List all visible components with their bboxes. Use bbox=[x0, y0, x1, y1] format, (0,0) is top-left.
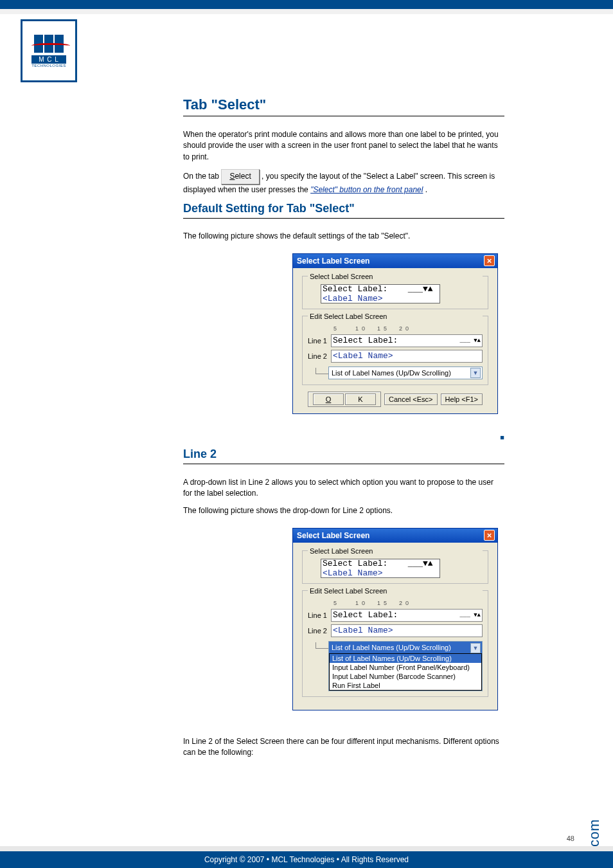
dialog-select-label-1: Select Label Screen × Select Label Scree… bbox=[292, 253, 498, 414]
select-tab-button-image: Select bbox=[221, 169, 259, 184]
subsection-rule-2 bbox=[183, 464, 504, 464]
dialog-select-label-2: Select Label Screen × Select Label Scree… bbox=[292, 528, 498, 710]
footer-bar: Copyright © 2007 • MCL Technologies • Al… bbox=[0, 851, 613, 868]
front-panel-link[interactable]: "Select" button on the front panel bbox=[310, 185, 423, 194]
dropdown-option[interactable]: Input Label Number (Front Panel/Keyboard… bbox=[330, 663, 481, 672]
dropdown-list[interactable]: List of Label Names (Up/Dw Scrolling) In… bbox=[329, 653, 482, 691]
top-bar bbox=[0, 0, 613, 9]
document-body: Tab "Select" When the operator's print m… bbox=[183, 96, 504, 765]
dropdown-option[interactable]: Run First Label bbox=[330, 681, 481, 690]
dialog-titlebar[interactable]: Select Label Screen × bbox=[293, 254, 497, 268]
logo-subtext: TECHNOLOGIES bbox=[31, 64, 66, 68]
page-number: 48 bbox=[567, 835, 574, 842]
chevron-down-icon[interactable]: ▼ bbox=[470, 368, 481, 378]
dropdown-option[interactable]: List of Label Names (Up/Dw Scrolling) bbox=[330, 654, 481, 663]
paragraph-1: When the operator's print module contain… bbox=[183, 129, 504, 163]
intro-dropdown: The following picture shows the drop-dow… bbox=[183, 506, 504, 515]
line2-display: <Label Name> bbox=[331, 624, 483, 637]
logo-letters: M C L bbox=[31, 55, 66, 64]
top-spacer bbox=[0, 9, 613, 14]
line2-label: Line 2 bbox=[308, 627, 331, 635]
brand-logo: M C L TECHNOLOGIES bbox=[21, 19, 77, 82]
dialog-title-text: Select Label Screen bbox=[297, 257, 369, 266]
fieldset-preview: Select Label Screen Select Label: ___▼▲ … bbox=[302, 550, 488, 584]
ok-button[interactable]: OK bbox=[308, 392, 381, 407]
line1-label: Line 1 bbox=[308, 611, 331, 619]
cancel-button[interactable]: Cancel <Esc> bbox=[384, 393, 437, 405]
fieldset-edit: Edit Select Label Screen 5101520 Line 1 … bbox=[302, 316, 488, 385]
screen-preview: Select Label: ___▼▲ <Label Name> bbox=[321, 559, 440, 578]
line2-label: Line 2 bbox=[308, 352, 331, 360]
help-button[interactable]: Help <F1> bbox=[441, 393, 483, 405]
line1-label: Line 1 bbox=[308, 337, 331, 345]
screen-preview: Select Label: ___▼▲ <Label Name> bbox=[321, 284, 440, 303]
paragraph-2: On the tab Select , you specify the layo… bbox=[183, 169, 504, 195]
fieldset-preview: Select Label Screen Select Label: ___▼▲ … bbox=[302, 276, 488, 309]
dropdown-option[interactable]: Input Label Number (Barcode Scanner) bbox=[330, 672, 481, 681]
line2-option-dropdown[interactable]: List of Label Names (Up/Dw Scrolling) ▼ bbox=[328, 366, 483, 379]
column-ruler: 5101520 bbox=[333, 325, 483, 332]
line2-display: <Label Name> bbox=[331, 350, 483, 363]
branch-line-icon bbox=[315, 642, 328, 649]
subsection-line2: Line 2 bbox=[183, 448, 504, 461]
dialog-titlebar[interactable]: Select Label Screen × bbox=[293, 529, 497, 543]
subsection-rule-1 bbox=[183, 218, 504, 219]
line1-input[interactable]: Select Label: ___ ▼▲ bbox=[331, 334, 483, 347]
branch-line-icon bbox=[315, 368, 328, 374]
chevron-down-icon[interactable]: ▼ bbox=[470, 643, 481, 653]
line1-input[interactable]: Select Label: ___ ▼▲ bbox=[331, 609, 483, 622]
line2-option-dropdown-open[interactable]: List of Label Names (Up/Dw Scrolling) ▼ … bbox=[328, 641, 483, 691]
section-rule bbox=[183, 116, 504, 116]
intro-default: The following picture shows the default … bbox=[183, 231, 504, 240]
paragraph-4: In Line 2 of the Select Screen there can… bbox=[183, 736, 504, 759]
fieldset-edit: Edit Select Label Screen 5101520 Line 1 … bbox=[302, 590, 488, 697]
subsection-default: Default Setting for Tab "Select" bbox=[183, 202, 504, 215]
close-icon[interactable]: × bbox=[484, 255, 495, 266]
footer-text: Copyright © 2007 • MCL Technologies • Al… bbox=[204, 855, 409, 864]
section-title: Tab "Select" bbox=[183, 96, 504, 113]
bottom-spacer bbox=[0, 846, 613, 851]
column-ruler: 5101520 bbox=[333, 600, 483, 606]
close-icon[interactable]: × bbox=[484, 530, 495, 541]
dialog-title-text: Select Label Screen bbox=[297, 531, 369, 540]
section-end-marker: ■ bbox=[183, 433, 504, 441]
paragraph-3: A drop-down list in Line 2 allows you to… bbox=[183, 477, 504, 500]
